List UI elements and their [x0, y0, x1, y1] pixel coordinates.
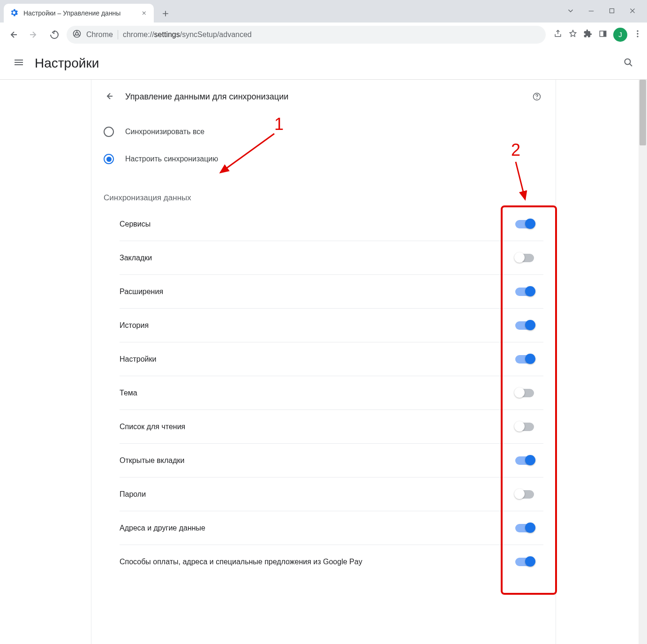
window-titlebar: Настройки – Управление данны [0, 0, 647, 23]
svg-rect-0 [610, 9, 614, 13]
svg-point-10 [536, 98, 537, 99]
svg-rect-4 [603, 31, 606, 37]
sync-item-row: Пароли [120, 477, 543, 511]
svg-point-8 [625, 59, 631, 65]
settings-card: Управление данными для синхронизации Син… [91, 80, 556, 644]
forward-button[interactable] [25, 26, 42, 43]
sync-item-row: Настройки [120, 342, 543, 376]
url-text: chrome://settings/syncSetup/advanced [123, 30, 252, 39]
sync-item-row: Адреса и другие данные [120, 511, 543, 545]
sync-item-row: Список для чтения [120, 410, 543, 444]
sync-item-toggle[interactable] [515, 490, 534, 499]
sync-item-label: Открытые вкладки [120, 456, 185, 465]
hamburger-menu-icon[interactable] [13, 57, 24, 69]
section-label: Синхронизация данных [91, 182, 556, 207]
settings-content: Управление данными для синхронизации Син… [0, 80, 647, 644]
svg-point-6 [637, 33, 638, 34]
sync-item-toggle[interactable] [515, 220, 534, 228]
scrollbar-thumb[interactable] [639, 80, 646, 145]
sync-items-list: СервисыЗакладкиРасширенияИсторияНастройк… [91, 207, 556, 579]
sync-item-row: Закладки [120, 241, 543, 275]
search-icon[interactable] [623, 57, 634, 69]
toolbar-actions: J [549, 28, 642, 42]
sync-item-toggle[interactable] [515, 254, 534, 262]
sync-item-label: Настройки [120, 355, 156, 364]
sync-item-toggle[interactable] [515, 389, 534, 397]
settings-app-title: Настройки [35, 56, 99, 71]
sync-item-row: Сервисы [120, 207, 543, 241]
back-arrow-icon[interactable] [104, 91, 115, 103]
sync-item-label: Сервисы [120, 220, 150, 228]
scrollbar-track[interactable] [639, 80, 647, 644]
window-controls [566, 7, 643, 23]
maximize-icon[interactable] [608, 7, 616, 15]
url-scheme-label: Chrome [86, 30, 113, 39]
radio-indicator [104, 154, 114, 164]
sync-item-row: История [120, 309, 543, 342]
tab-title: Настройки – Управление данны [23, 9, 136, 17]
sync-item-toggle[interactable] [515, 456, 534, 465]
browser-tab[interactable]: Настройки – Управление данны [4, 4, 154, 23]
browser-toolbar: Chrome chrome://settings/syncSetup/advan… [0, 23, 647, 47]
sync-item-toggle[interactable] [515, 423, 534, 431]
radio-sync-all[interactable]: Синхронизировать все [104, 118, 543, 145]
sync-item-label: Пароли [120, 490, 146, 499]
avatar-letter: J [618, 30, 622, 38]
sync-item-label: Список для чтения [120, 423, 185, 431]
settings-app-header: Настройки [0, 47, 647, 80]
extensions-icon[interactable] [583, 29, 593, 40]
sync-item-row: Открытые вкладки [120, 444, 543, 477]
omnibox-divider [118, 30, 118, 39]
sync-item-toggle[interactable] [515, 321, 534, 330]
chrome-page-icon [72, 29, 82, 40]
radio-label: Настроить синхронизацию [125, 155, 218, 163]
address-bar[interactable]: Chrome chrome://settings/syncSetup/advan… [67, 26, 546, 44]
help-icon[interactable] [530, 90, 543, 103]
profile-avatar[interactable]: J [613, 28, 627, 42]
back-button[interactable] [5, 26, 22, 43]
subpage-header: Управление данными для синхронизации [91, 80, 556, 114]
svg-point-2 [75, 32, 78, 35]
kebab-menu-icon[interactable] [633, 29, 642, 40]
reload-button[interactable] [46, 26, 63, 43]
sync-item-row: Тема [120, 376, 543, 410]
sync-item-label: Адреса и другие данные [120, 524, 205, 532]
sync-item-toggle[interactable] [515, 355, 534, 364]
bookmark-star-icon[interactable] [568, 29, 578, 40]
minimize-icon[interactable] [587, 7, 595, 15]
sync-item-label: Закладки [120, 254, 152, 262]
sync-item-toggle[interactable] [515, 288, 534, 296]
sync-item-toggle[interactable] [515, 558, 534, 566]
svg-point-7 [637, 36, 638, 37]
share-icon[interactable] [553, 29, 563, 40]
sync-item-label: Способы оплаты, адреса и специальные пре… [120, 558, 362, 566]
settings-gear-icon [9, 8, 19, 19]
subpage-title: Управление данными для синхронизации [125, 92, 520, 102]
chevron-down-icon[interactable] [566, 7, 575, 15]
radio-label: Синхронизировать все [125, 128, 204, 136]
radio-customize-sync[interactable]: Настроить синхронизацию [104, 145, 543, 173]
close-tab-icon[interactable] [141, 9, 148, 17]
sync-item-label: Тема [120, 389, 137, 397]
sync-item-label: Расширения [120, 288, 163, 296]
sync-item-row: Расширения [120, 275, 543, 309]
svg-point-5 [637, 30, 638, 32]
side-panel-icon[interactable] [598, 29, 608, 40]
sync-item-row: Способы оплаты, адреса и специальные пре… [120, 545, 543, 579]
sync-item-toggle[interactable] [515, 524, 534, 532]
tab-strip: Настройки – Управление данны [4, 0, 173, 23]
close-window-icon[interactable] [628, 7, 637, 15]
sync-item-label: История [120, 321, 149, 330]
new-tab-button[interactable] [158, 6, 173, 22]
radio-indicator [104, 127, 114, 137]
sync-mode-radios: Синхронизировать все Настроить синхрониз… [91, 114, 556, 182]
